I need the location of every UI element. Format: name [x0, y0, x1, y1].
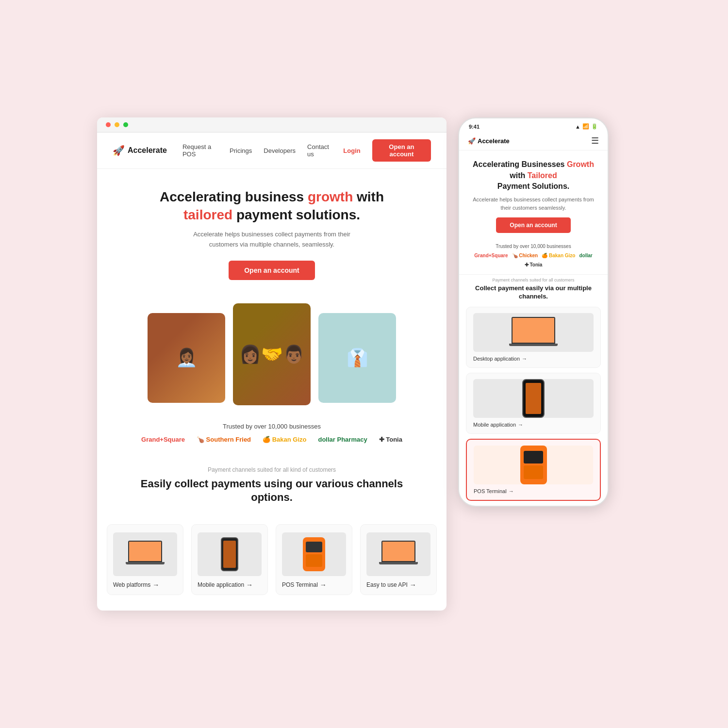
- mobile-nav: 🚀 Accelerate ☰: [459, 132, 608, 150]
- mobile-hero-subtitle: Accelerate helps businesses collect paym…: [469, 196, 598, 212]
- desktop-hero-cta-button[interactable]: Open an account: [229, 261, 315, 280]
- desktop-hero-title: Accelerating business growth with tailor…: [136, 188, 408, 224]
- hero-image-1: 👩🏾‍💼: [148, 313, 225, 403]
- mobile-channel-pos-image: [474, 446, 593, 484]
- nav-link-contact[interactable]: Contact us: [307, 143, 331, 158]
- browser-minimize-dot: [115, 122, 119, 127]
- mobile-channel-pos-label: POS Terminal →: [474, 488, 593, 494]
- mobile-logo[interactable]: 🚀 Accelerate: [468, 137, 510, 145]
- mobile-status-bar: 9:41 ▲ 📶 🔋: [459, 118, 608, 132]
- nav-link-request-pos[interactable]: Request a POS: [182, 143, 218, 158]
- desktop-channels-subtitle: Payment channels suited for all kind of …: [126, 466, 417, 473]
- mobile-logo-icon: 🚀: [468, 137, 476, 145]
- channel-card-pos-label: POS Terminal →: [282, 581, 346, 589]
- phone-mockup: [221, 537, 238, 571]
- channel-card-pos-image: [282, 532, 346, 576]
- mobile-frame: 9:41 ▲ 📶 🔋 🚀 Accelerate ☰ Accelerating B…: [458, 117, 609, 507]
- pos-arrow-icon: →: [320, 581, 327, 589]
- channel-card-api-image: [366, 532, 430, 576]
- channel-card-pos[interactable]: POS Terminal →: [276, 524, 352, 595]
- api-laptop-mockup: [379, 541, 418, 567]
- browser-maximize-dot: [123, 122, 128, 127]
- desktop-browser: 🚀 Accelerate Request a POS Pricings Deve…: [97, 117, 447, 611]
- browser-close-dot: [106, 122, 111, 127]
- desktop-channels-title: Easily collect payments using our variou…: [126, 477, 417, 505]
- hero-image-2: 👩🏾‍🤝‍👨🏾: [233, 303, 311, 405]
- mobile-channels-title: Collect payment easily via our multiple …: [459, 284, 608, 301]
- sm-phone-mockup: [522, 379, 545, 418]
- mobile-hero-title: Accelerating Businesses Growth with Tail…: [469, 159, 598, 192]
- mobile-brand-dollar: dollar: [579, 253, 592, 258]
- mobile-hero-cta-button[interactable]: Open an account: [496, 217, 570, 233]
- page-wrapper: 🚀 Accelerate Request a POS Pricings Deve…: [97, 117, 631, 611]
- desktop-nav-links: Request a POS Pricings Developers Contac…: [182, 139, 431, 162]
- pos-mockup: [303, 537, 325, 571]
- mobile-channel-card-desktop[interactable]: Desktop application →: [466, 307, 601, 368]
- desktop-hero: Accelerating business growth with tailor…: [97, 169, 447, 289]
- mobile-brand-logos: Grand+Square 🍗 Chicken 🍊 Bakan Gizo doll…: [459, 253, 608, 271]
- sm-pos-mockup: [520, 446, 547, 484]
- nav-link-pricings[interactable]: Pricings: [230, 147, 252, 154]
- brand-grand-square: Grand+Square: [141, 436, 185, 443]
- desktop-channels-section: Payment channels suited for all kind of …: [97, 451, 447, 524]
- mobile-trusted-label: Trusted by over 10,000 businesses: [459, 244, 608, 249]
- desktop-trusted-label: Trusted by over 10,000 businesses: [113, 423, 431, 430]
- mobile-channel-desktop-label: Desktop application →: [473, 356, 594, 362]
- nav-link-developers[interactable]: Developers: [264, 147, 296, 154]
- mobile-time: 9:41: [469, 124, 480, 130]
- channel-card-api[interactable]: Easy to use API →: [360, 524, 437, 595]
- mobile-channel-desktop-image: [473, 313, 594, 352]
- mobile-hamburger-button[interactable]: ☰: [591, 135, 599, 146]
- channel-card-web-label: Web platforms →: [113, 581, 177, 589]
- sm-laptop-mockup: [509, 317, 558, 348]
- desktop-brand-logos: Grand+Square 🍗 Southern Fried 🍊 Bakan Gi…: [113, 436, 431, 443]
- logo-rocket-icon: 🚀: [113, 145, 125, 156]
- laptop-mockup: [126, 541, 165, 567]
- mobile-app-arrow-icon: →: [518, 422, 523, 428]
- brand-tonia: ✚ Tonia: [379, 436, 402, 443]
- mobile-brand-bakan: 🍊 Bakan Gizo: [542, 253, 575, 258]
- channel-card-web-image: [113, 532, 177, 576]
- mobile-channel-mobile-image: [473, 379, 594, 418]
- channel-card-mobile-image: [198, 532, 262, 576]
- nav-login-button[interactable]: Login: [343, 147, 360, 154]
- channel-card-web[interactable]: Web platforms →: [107, 524, 183, 595]
- desktop-hero-subtitle: Accelerate helps businesses collect paym…: [184, 230, 359, 250]
- mobile-logo-text: Accelerate: [478, 137, 510, 145]
- mobile-brand-grand: Grand+Square: [474, 253, 508, 258]
- browser-chrome-bar: [97, 117, 447, 132]
- web-arrow-icon: →: [152, 581, 159, 589]
- mobile-channels-subtitle: Payment channels suited for all customer…: [459, 278, 608, 282]
- mobile-channel-card-mobile-app[interactable]: Mobile application →: [466, 373, 601, 434]
- brand-chicken: 🍗 Southern Fried: [197, 436, 251, 443]
- channel-card-mobile-label: Mobile application →: [198, 581, 262, 589]
- mobile-brand-chicken: 🍗 Chicken: [512, 253, 538, 258]
- mobile-arrow-icon: →: [246, 581, 253, 589]
- mobile-channel-card-pos[interactable]: POS Terminal →: [466, 439, 601, 501]
- desktop-arrow-icon: →: [522, 356, 527, 362]
- desktop-trusted-section: Trusted by over 10,000 businesses Grand+…: [97, 415, 447, 451]
- mobile-brand-tonia: ✚ Tonia: [525, 262, 543, 267]
- pos-mobile-arrow-icon: →: [509, 488, 514, 494]
- mobile-status-icons: ▲ 📶 🔋: [575, 123, 598, 130]
- api-arrow-icon: →: [410, 581, 416, 589]
- desktop-logo-text: Accelerate: [128, 146, 167, 155]
- hero-image-3: 👔: [318, 313, 396, 403]
- desktop-channel-cards: Web platforms → Mobile application →: [97, 524, 447, 611]
- nav-open-account-button[interactable]: Open an account: [372, 139, 431, 162]
- channel-card-api-label: Easy to use API →: [366, 581, 430, 589]
- desktop-nav: 🚀 Accelerate Request a POS Pricings Deve…: [97, 132, 447, 169]
- mobile-divider-1: [459, 274, 608, 275]
- brand-bakan-gizo: 🍊 Bakan Gizo: [263, 436, 306, 443]
- channel-card-mobile[interactable]: Mobile application →: [191, 524, 268, 595]
- mobile-channel-mobile-label: Mobile application →: [473, 422, 594, 428]
- desktop-logo[interactable]: 🚀 Accelerate: [113, 145, 167, 156]
- mobile-hero: Accelerating Businesses Growth with Tail…: [459, 150, 608, 244]
- brand-dollar: dollar Pharmacy: [318, 436, 367, 443]
- desktop-hero-images: 👩🏾‍💼 👩🏾‍🤝‍👨🏾 👔: [97, 290, 447, 415]
